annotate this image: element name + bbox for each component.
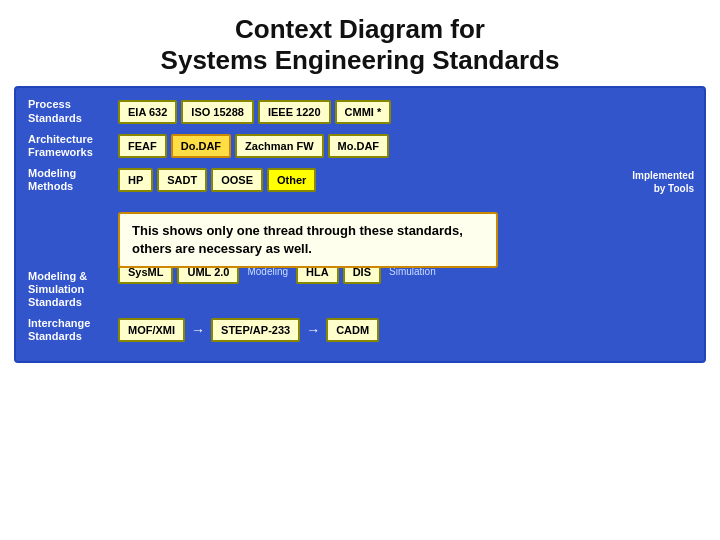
sadt-box: SADT [157, 168, 207, 192]
arrow1: → [189, 322, 207, 338]
modaf-box: Mo.DAF [328, 134, 390, 158]
feaf-box: FEAF [118, 134, 167, 158]
architecture-frameworks-row: Architecture Frameworks FEAF Do.DAF Zach… [28, 133, 692, 159]
cmmi-box: CMMI * [335, 100, 392, 124]
diagram-container: Process Standards EIA 632 ISO 15288 IEEE… [14, 86, 706, 363]
ieee1220-box: IEEE 1220 [258, 100, 331, 124]
modeling-methods-row: Modeling Methods HP SADT OOSE Other Impl… [28, 167, 692, 193]
modeling-methods-content: HP SADT OOSE Other [118, 168, 692, 192]
architecture-frameworks-content: FEAF Do.DAF Zachman FW Mo.DAF [118, 134, 692, 158]
step-box: STEP/AP-233 [211, 318, 300, 342]
tooltip-box: This shows only one thread through these… [118, 212, 498, 268]
other-box: Other [267, 168, 316, 192]
zachman-box: Zachman FW [235, 134, 323, 158]
modeling-sim-label: Modeling & Simulation Standards [28, 260, 118, 310]
eia632-box: EIA 632 [118, 100, 177, 124]
interchange-label: Interchange Standards [28, 317, 118, 343]
process-standards-content: EIA 632 ISO 15288 IEEE 1220 CMMI * [118, 100, 692, 124]
interchange-content: MOF/XMI → STEP/AP-233 → CADM [118, 318, 692, 342]
interchange-row: Interchange Standards MOF/XMI → STEP/AP-… [28, 317, 692, 343]
process-standards-label: Process Standards [28, 98, 118, 124]
modeling-methods-label: Modeling Methods [28, 167, 118, 193]
arrow2: → [304, 322, 322, 338]
implemented-label: Implementedby Tools [632, 169, 694, 195]
tooltip-row: This shows only one thread through these… [28, 202, 692, 256]
mof-xmi-box: MOF/XMI [118, 318, 185, 342]
architecture-frameworks-label: Architecture Frameworks [28, 133, 118, 159]
oose-box: OOSE [211, 168, 263, 192]
dodaf-box: Do.DAF [171, 134, 231, 158]
hp-box: HP [118, 168, 153, 192]
cadm-box: CADM [326, 318, 379, 342]
page-title: Context Diagram for Systems Engineering … [0, 0, 720, 86]
iso15288-box: ISO 15288 [181, 100, 254, 124]
process-standards-row: Process Standards EIA 632 ISO 15288 IEEE… [28, 98, 692, 124]
